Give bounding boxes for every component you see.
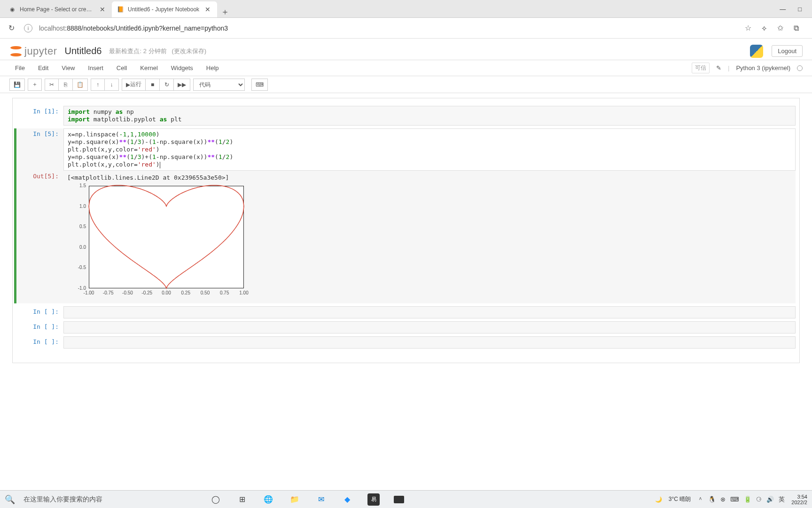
url-host: localhost [39, 24, 65, 32]
input-prompt: In [1]: [16, 106, 63, 126]
output-prompt: Out[5]: [16, 171, 63, 182]
close-icon[interactable]: ✕ [203, 6, 212, 13]
star-icon[interactable]: ☆ [745, 24, 751, 32]
refresh-icon[interactable]: ↻ [8, 24, 15, 32]
kernel-status-icon [797, 65, 803, 71]
menu-kernel[interactable]: Kernel [134, 62, 164, 74]
tray-icon[interactable]: ⌨ [730, 496, 739, 503]
tab-title: Home Page - Select or create a n [20, 6, 94, 13]
close-icon[interactable]: ✕ [98, 6, 107, 13]
tray-icon[interactable]: ⊗ [720, 496, 726, 503]
battery-icon[interactable]: 🔋 [744, 496, 751, 503]
jupyter-menubar: File Edit View Insert Cell Kernel Widget… [0, 60, 812, 76]
input-prompt: In [ ]: [16, 306, 63, 318]
collections-icon[interactable]: ⧉ [794, 24, 799, 32]
maximize-button[interactable]: □ [798, 6, 802, 13]
app-icon[interactable]: 易 [367, 493, 380, 506]
new-tab-button[interactable]: ＋ [217, 6, 233, 17]
weather-icon[interactable]: 🌙 [655, 496, 662, 503]
menu-view[interactable]: View [56, 62, 80, 74]
notebook-title[interactable]: Untitled6 [65, 46, 102, 56]
menu-edit[interactable]: Edit [32, 62, 54, 74]
volume-icon[interactable]: 🔊 [766, 496, 774, 503]
window-controls: — □ [769, 0, 812, 18]
code-cell-empty[interactable]: In [ ]: [16, 321, 796, 333]
favorites-icon[interactable]: ✩ [777, 24, 783, 32]
jupyter-header: jupyter Untitled6 最新检查点: 2 分钟前 (更改未保存) L… [0, 39, 812, 60]
checkpoint-label: 最新检查点: 2 分钟前 (更改未保存) [109, 47, 206, 56]
logout-button[interactable]: Logout [772, 45, 803, 57]
python-icon [750, 45, 763, 58]
code-input[interactable]: x=np.linspace(-1,1,10000) y=np.square(x)… [63, 128, 796, 171]
command-palette-button[interactable]: ⌨ [251, 79, 268, 91]
code-input[interactable] [63, 321, 796, 333]
paste-button[interactable]: 📋 [73, 79, 88, 91]
browser-tab-home[interactable]: ◉ Home Page - Select or create a n ✕ [4, 1, 112, 17]
jupyter-logo[interactable]: jupyter [9, 45, 57, 58]
input-prompt: In [ ]: [16, 321, 63, 333]
trusted-badge[interactable]: 可信 [692, 63, 710, 73]
tray-chevron-icon[interactable]: ＾ [697, 495, 703, 504]
browser-tab-notebook[interactable]: 📙 Untitled6 - Jupyter Notebook ✕ [112, 1, 217, 17]
jupyter-logo-icon [9, 45, 23, 58]
save-button[interactable]: 💾 [9, 79, 25, 91]
jupyter-logo-text: jupyter [24, 45, 57, 57]
input-prompt: In [5]: [16, 128, 63, 303]
code-input[interactable] [63, 306, 796, 318]
jupyter-toolbar: 💾 ＋ ✂ ⎘ 📋 ↑ ↓ ▶ 运行 ■ ↻ ▶▶ 代码 ⌨ [0, 76, 812, 93]
minimize-button[interactable]: — [780, 6, 786, 13]
matplotlib-plot: -1.0-0.50.00.51.01.5 -1.00-0.75-0.50-0.2… [67, 183, 246, 302]
copy-button[interactable]: ⎘ [59, 79, 73, 91]
cortana-icon[interactable]: ◯ [210, 493, 222, 506]
explorer-icon[interactable]: 📁 [289, 493, 301, 506]
input-prompt: In [ ]: [16, 336, 63, 349]
address-bar[interactable]: i localhost:8888/notebooks/Untitled6.ipy… [24, 24, 735, 32]
cell-type-select[interactable]: 代码 [193, 79, 245, 91]
code-input[interactable] [63, 336, 796, 349]
edit-icon[interactable]: ✎ [716, 64, 721, 71]
site-info-icon[interactable]: i [24, 24, 32, 32]
url-path: :8888/notebooks/Untitled6.ipynb?kernel_n… [65, 24, 228, 32]
taskbar-clock[interactable]: 3:54 2022/2 [791, 494, 807, 505]
terminal-icon[interactable] [394, 496, 404, 503]
browser-tab-strip: ◉ Home Page - Select or create a n ✕ 📙 U… [0, 0, 812, 18]
tab-favicon-icon: ◉ [8, 6, 16, 13]
extensions-icon[interactable]: ⟡ [762, 24, 767, 32]
kernel-name[interactable]: Python 3 (ipykernel) [736, 64, 790, 71]
menu-help[interactable]: Help [201, 62, 225, 74]
tray-icon[interactable]: 🐧 [708, 496, 716, 503]
code-cell[interactable]: In [1]: import numpy as np import matplo… [16, 106, 796, 126]
notebook-favicon-icon: 📙 [117, 6, 124, 13]
menu-file[interactable]: File [9, 62, 31, 74]
menu-cell[interactable]: Cell [111, 62, 133, 74]
mail-icon[interactable]: ✉ [315, 493, 327, 506]
add-cell-button[interactable]: ＋ [28, 79, 42, 91]
code-input[interactable]: import numpy as np import matplotlib.pyp… [63, 106, 796, 126]
move-down-button[interactable]: ↓ [105, 79, 119, 91]
windows-taskbar: 🔍 在这里输入你要搜索的内容 ◯ ⊞ 🌐 📁 ✉ ◆ 易 🌙 3°C 晴朗 ＾ … [0, 490, 812, 508]
app-icon[interactable]: ◆ [341, 493, 353, 506]
cut-button[interactable]: ✂ [45, 79, 59, 91]
menu-list: File Edit View Insert Cell Kernel Widget… [9, 62, 225, 74]
output-text: [<matplotlib.lines.Line2D at 0x239655a3e… [67, 174, 229, 181]
code-cell-empty[interactable]: In [ ]: [16, 306, 796, 318]
ime-badge[interactable]: 英 [779, 495, 785, 504]
menu-insert[interactable]: Insert [82, 62, 109, 74]
move-up-button[interactable]: ↑ [91, 79, 105, 91]
restart-button[interactable]: ↻ [160, 79, 174, 91]
notebook-container: In [1]: import numpy as np import matplo… [12, 98, 800, 363]
restart-run-all-button[interactable]: ▶▶ [174, 79, 190, 91]
menu-widgets[interactable]: Widgets [165, 62, 199, 74]
code-cell-empty[interactable]: In [ ]: [16, 336, 796, 349]
weather-text[interactable]: 3°C 晴朗 [669, 495, 691, 503]
task-view-icon[interactable]: ⊞ [236, 493, 248, 506]
edge-icon[interactable]: 🌐 [262, 493, 274, 506]
run-button[interactable]: ▶ 运行 [122, 79, 146, 91]
interrupt-button[interactable]: ■ [146, 79, 160, 91]
wifi-icon[interactable]: ⚆ [756, 496, 762, 503]
browser-toolbar: ↻ i localhost:8888/notebooks/Untitled6.i… [0, 18, 812, 39]
search-icon[interactable]: 🔍 [5, 494, 15, 505]
taskbar-search-input[interactable]: 在这里输入你要搜索的内容 [23, 495, 102, 504]
code-cell-selected[interactable]: In [5]: x=np.linspace(-1,1,10000) y=np.s… [14, 128, 796, 303]
tab-title: Untitled6 - Jupyter Notebook [128, 6, 199, 13]
